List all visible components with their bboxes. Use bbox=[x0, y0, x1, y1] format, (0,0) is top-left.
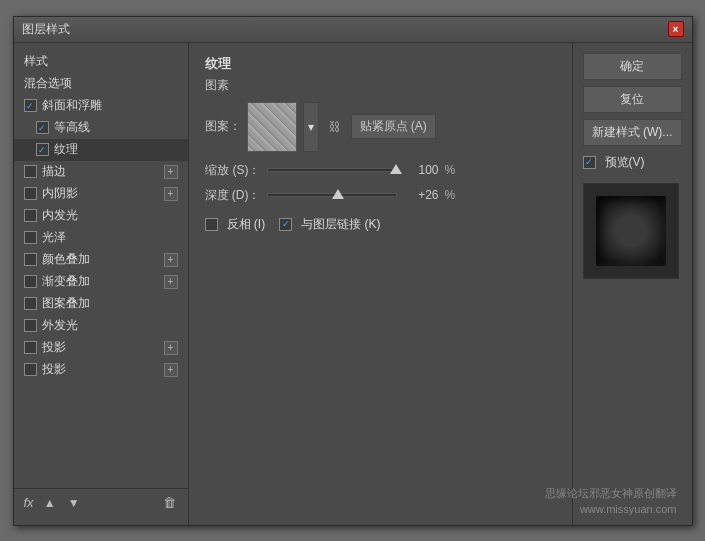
new-style-button[interactable]: 新建样式 (W)... bbox=[583, 119, 682, 146]
sidebar-item-stroke[interactable]: 描边 + bbox=[14, 161, 188, 183]
sidebar-item-texture[interactable]: 纹理 bbox=[14, 139, 188, 161]
depth-label: 深度 (D)： bbox=[205, 187, 261, 204]
color-overlay-plus-button[interactable]: + bbox=[164, 253, 178, 267]
reset-button[interactable]: 复位 bbox=[583, 86, 682, 113]
sidebar-item-satin[interactable]: 光泽 bbox=[14, 227, 188, 249]
sidebar-item-label: 内发光 bbox=[42, 207, 178, 224]
sidebar-item-style[interactable]: 样式 bbox=[14, 51, 188, 73]
watermark-line2: www.missyuan.com bbox=[545, 501, 677, 518]
texture-checkbox[interactable] bbox=[36, 143, 49, 156]
sidebar-item-bevel-emboss[interactable]: 斜面和浮雕 bbox=[14, 95, 188, 117]
preview-thumbnail bbox=[596, 196, 666, 266]
outer-glow-checkbox[interactable] bbox=[24, 319, 37, 332]
chevron-down-icon: ▾ bbox=[308, 120, 314, 134]
link-layer-checkbox[interactable] bbox=[279, 218, 292, 231]
scale-slider-thumb[interactable] bbox=[390, 164, 402, 174]
scale-unit: % bbox=[445, 163, 459, 177]
pattern-preview[interactable] bbox=[247, 102, 297, 152]
section-title: 纹理 bbox=[205, 55, 556, 73]
arrow-up-button[interactable]: ▲ bbox=[42, 495, 58, 511]
scale-value: 100 bbox=[403, 163, 439, 177]
inner-shadow-plus-button[interactable]: + bbox=[164, 187, 178, 201]
sidebar-item-label: 投影 bbox=[42, 339, 164, 356]
sidebar-item-label: 光泽 bbox=[42, 229, 178, 246]
watermark: 思缘论坛邪恶女神原创翻译 www.missyuan.com bbox=[545, 485, 677, 518]
pattern-row: 图案： ▾ ⛓ 贴紧原点 (A) bbox=[205, 102, 556, 152]
chain-icon[interactable]: ⛓ bbox=[329, 120, 341, 134]
title-bar: 图层样式 × bbox=[14, 17, 692, 43]
sidebar-item-inner-glow[interactable]: 内发光 bbox=[14, 205, 188, 227]
drop-shadow-1-checkbox[interactable] bbox=[24, 341, 37, 354]
scale-slider-row: 缩放 (S)： 100 % bbox=[205, 162, 556, 179]
left-panel: 样式 混合选项 斜面和浮雕 等高线 纹 bbox=[14, 43, 189, 525]
drop-shadow-2-checkbox[interactable] bbox=[24, 363, 37, 376]
sidebar-item-blend-options[interactable]: 混合选项 bbox=[14, 73, 188, 95]
dialog-body: 样式 混合选项 斜面和浮雕 等高线 纹 bbox=[14, 43, 692, 525]
sidebar-item-label: 样式 bbox=[24, 53, 178, 70]
sidebar-item-label: 纹理 bbox=[54, 141, 178, 158]
inner-shadow-checkbox[interactable] bbox=[24, 187, 37, 200]
scale-label: 缩放 (S)： bbox=[205, 162, 261, 179]
main-panel: 纹理 图素 图案： ▾ ⛓ 贴紧原点 (A) 缩放 (S)： bbox=[189, 43, 572, 525]
sidebar-item-contour[interactable]: 等高线 bbox=[14, 117, 188, 139]
confirm-button[interactable]: 确定 bbox=[583, 53, 682, 80]
invert-checkbox[interactable] bbox=[205, 218, 218, 231]
sidebar-item-inner-shadow[interactable]: 内阴影 + bbox=[14, 183, 188, 205]
pattern-preview-inner bbox=[248, 103, 296, 151]
link-layer-label: 与图层链接 (K) bbox=[301, 216, 380, 233]
depth-slider[interactable] bbox=[267, 193, 397, 197]
pattern-overlay-checkbox[interactable] bbox=[24, 297, 37, 310]
snap-origin-button[interactable]: 贴紧原点 (A) bbox=[351, 114, 436, 139]
sidebar-item-drop-shadow-1[interactable]: 投影 + bbox=[14, 337, 188, 359]
gradient-overlay-plus-button[interactable]: + bbox=[164, 275, 178, 289]
gradient-overlay-checkbox[interactable] bbox=[24, 275, 37, 288]
pattern-dropdown-button[interactable]: ▾ bbox=[303, 102, 319, 152]
watermark-line1: 思缘论坛邪恶女神原创翻译 bbox=[545, 485, 677, 502]
sidebar-item-label: 内阴影 bbox=[42, 185, 164, 202]
sidebar-item-label: 斜面和浮雕 bbox=[42, 97, 178, 114]
sidebar-item-gradient-overlay[interactable]: 渐变叠加 + bbox=[14, 271, 188, 293]
satin-checkbox[interactable] bbox=[24, 231, 37, 244]
sidebar-item-label: 渐变叠加 bbox=[42, 273, 164, 290]
sidebar-item-label: 颜色叠加 bbox=[42, 251, 164, 268]
sidebar-item-outer-glow[interactable]: 外发光 bbox=[14, 315, 188, 337]
color-overlay-checkbox[interactable] bbox=[24, 253, 37, 266]
fx-label: fx bbox=[24, 495, 34, 510]
invert-label: 反相 (I) bbox=[227, 216, 266, 233]
sidebar-item-color-overlay[interactable]: 颜色叠加 + bbox=[14, 249, 188, 271]
contour-checkbox[interactable] bbox=[36, 121, 49, 134]
sub-section-title: 图素 bbox=[205, 77, 556, 94]
stroke-plus-button[interactable]: + bbox=[164, 165, 178, 179]
preview-box bbox=[583, 183, 679, 279]
close-button[interactable]: × bbox=[668, 21, 684, 37]
depth-slider-thumb[interactable] bbox=[332, 189, 344, 199]
sidebar-item-label: 混合选项 bbox=[24, 75, 178, 92]
right-panel: 确定 复位 新建样式 (W)... 预览(V) bbox=[572, 43, 692, 525]
preview-row: 预览(V) bbox=[583, 154, 682, 171]
stroke-checkbox[interactable] bbox=[24, 165, 37, 178]
options-row: 反相 (I) 与图层链接 (K) bbox=[205, 216, 556, 233]
sidebar-item-label: 图案叠加 bbox=[42, 295, 178, 312]
depth-value: +26 bbox=[403, 188, 439, 202]
sidebar-item-drop-shadow-2[interactable]: 投影 + bbox=[14, 359, 188, 381]
link-layer-option[interactable]: 与图层链接 (K) bbox=[279, 216, 380, 233]
sidebar-item-label: 投影 bbox=[42, 361, 164, 378]
dialog-title: 图层样式 bbox=[22, 21, 70, 38]
sidebar-item-label: 等高线 bbox=[54, 119, 178, 136]
scale-slider[interactable] bbox=[267, 168, 397, 172]
trash-button[interactable]: 🗑 bbox=[162, 495, 178, 511]
sidebar-item-label: 描边 bbox=[42, 163, 164, 180]
left-bottom-bar: fx ▲ ▼ 🗑 bbox=[14, 488, 188, 517]
drop-shadow-2-plus-button[interactable]: + bbox=[164, 363, 178, 377]
depth-unit: % bbox=[445, 188, 459, 202]
depth-slider-row: 深度 (D)： +26 % bbox=[205, 187, 556, 204]
drop-shadow-1-plus-button[interactable]: + bbox=[164, 341, 178, 355]
sidebar-item-pattern-overlay[interactable]: 图案叠加 bbox=[14, 293, 188, 315]
preview-label: 预览(V) bbox=[605, 154, 645, 171]
preview-checkbox[interactable] bbox=[583, 156, 596, 169]
inner-glow-checkbox[interactable] bbox=[24, 209, 37, 222]
invert-option[interactable]: 反相 (I) bbox=[205, 216, 266, 233]
arrow-down-button[interactable]: ▼ bbox=[66, 495, 82, 511]
bevel-emboss-checkbox[interactable] bbox=[24, 99, 37, 112]
sidebar-item-label: 外发光 bbox=[42, 317, 178, 334]
